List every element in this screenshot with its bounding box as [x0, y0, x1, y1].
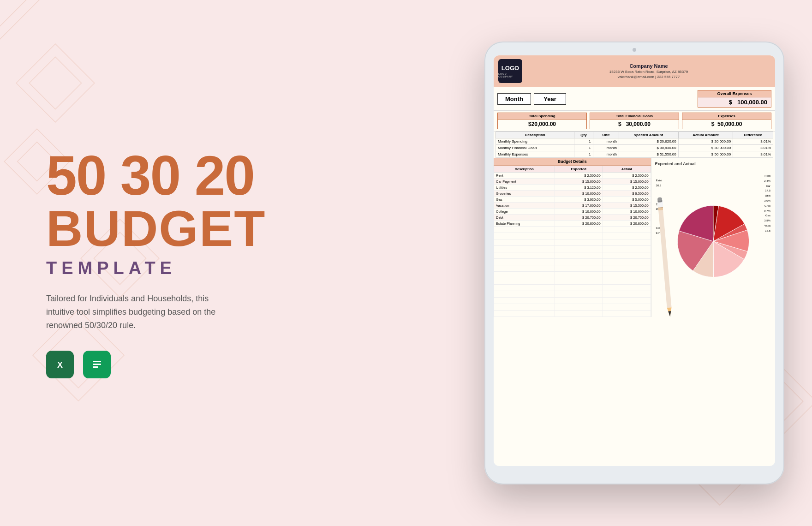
tablet-frame: LOGO LOGO COMPANY Company Name 15236 W B… [484, 42, 784, 484]
budget-details: Budget Details Description Expected Actu… [494, 158, 651, 317]
summary-table: Description Qty Unit xpected Amount Actu… [496, 132, 773, 158]
row-desc: Monthly Spending [496, 138, 574, 145]
empty-row [494, 304, 651, 311]
sheets-icon[interactable] [83, 351, 111, 378]
total-spending-value: $20,000.00 [498, 120, 586, 129]
summary-table-row: Monthly Expenses 1 month $ 51,550.00 $ 5… [496, 151, 773, 158]
empty-row [494, 278, 651, 285]
logo-box: LOGO LOGO COMPANY [498, 59, 522, 83]
expenses-title: Expenses [682, 113, 771, 120]
col-actual: Actual Amount [678, 132, 733, 138]
spreadsheet: LOGO LOGO COMPANY Company Name 15236 W B… [494, 55, 775, 466]
legend-groc: Groc [764, 203, 770, 209]
legend-groc-pct: 9.7% [764, 209, 770, 214]
detail-expected: $ 3,930.00 [555, 197, 603, 203]
row-qty: 1 [574, 145, 593, 151]
legend-car-pct: 14.5 [764, 188, 770, 193]
detail-actual: $ 2,500.00 [603, 173, 651, 179]
empty-row [494, 259, 651, 265]
excel-icon[interactable]: X [46, 351, 74, 378]
overall-expenses-box: Overall Expenses $ 100,000.00 [698, 90, 771, 108]
legend-gas: Gas [764, 213, 770, 218]
legend-utilit-pct: 3.0% [764, 198, 770, 203]
details-table: Description Expected Actual Rent $ 2,500… [494, 166, 651, 317]
svg-rect-18 [93, 366, 98, 368]
legend-car: Car [764, 184, 770, 189]
summary-table-container: Description Qty Unit xpected Amount Actu… [494, 132, 775, 158]
legend-vaca: Vaca [764, 223, 770, 228]
pie-chart-svg [676, 204, 750, 278]
detail-actual: $ 10,000.00 [603, 209, 651, 215]
overall-expenses-amount: 100,000.00 [737, 99, 767, 106]
tablet-wrapper: LOGO LOGO COMPANY Company Name 15236 W B… [484, 42, 784, 484]
detail-expected: $ 15,000.00 [555, 179, 603, 185]
hero-budget: BUDGET [46, 203, 277, 254]
details-table-row: Car Payment $ 15,000.00 $ 15,000.00 [494, 179, 651, 185]
total-spending-title: Total Spending [498, 113, 586, 120]
empty-row [494, 291, 651, 298]
row-diff: 3.01% [733, 145, 773, 151]
row-desc: Monthly Financial Goals [496, 145, 574, 151]
col-unit: Unit [593, 132, 619, 138]
logo-sub: LOGO COMPANY [498, 72, 522, 78]
app-icons-row: X [46, 351, 277, 378]
detail-desc: College [494, 209, 555, 215]
financial-goals-title: Total Financial Goals [590, 113, 679, 120]
col-diff: Difference [733, 132, 773, 138]
expenses-card: Expenses $ 50,000.00 [682, 113, 771, 129]
year-box[interactable]: Year [534, 93, 566, 105]
details-table-row: Debt $ 20,750.00 $ 20,750.00 [494, 215, 651, 221]
detail-actual: $ 15,500.00 [603, 203, 651, 209]
tablet-screen: LOGO LOGO COMPANY Company Name 15236 W B… [494, 55, 775, 466]
row-diff: 3.01% [733, 151, 773, 158]
summary-table-row: Monthly Spending 1 month $ 20,620.00 $ 2… [496, 138, 773, 145]
legend-utilit: Utilit [764, 193, 770, 198]
detail-expected: $ 2,500.00 [555, 173, 603, 179]
detail-expected: $ 17,000.00 [555, 203, 603, 209]
company-name: Company Name [527, 63, 770, 69]
expenses-value: $ 50,000.00 [682, 120, 771, 129]
pie-chart-container: Estat 20.2 Debt 20.1 Colle 9.7 Rent 2.4%… [655, 169, 771, 313]
company-address: 15236 W Boca Raton Road, Surprise, AZ 85… [527, 70, 770, 74]
detail-desc: Car Payment [494, 179, 555, 185]
empty-row [494, 311, 651, 317]
detail-desc: Estate Planning [494, 221, 555, 227]
logo-text: LOGO [502, 65, 519, 72]
row-unit: month [593, 151, 619, 158]
empty-row [494, 265, 651, 272]
detail-expected: $ 10,000.00 [555, 191, 603, 197]
row-expected: $ 51,550.00 [619, 151, 678, 158]
svg-rect-16 [93, 361, 101, 362]
row-diff: 3.01% [733, 138, 773, 145]
details-table-row: Vacation $ 17,000.00 $ 15,500.00 [494, 203, 651, 209]
detail-col-expected: Expected [555, 166, 603, 173]
empty-row [494, 246, 651, 252]
left-panel: 50 30 20 BUDGET TEMPLATE Tailored for In… [28, 0, 295, 526]
detail-actual: $ 5,000.00 [603, 197, 651, 203]
empty-row [494, 239, 651, 246]
row-actual: $ 30,000.00 [678, 145, 733, 151]
col-description: Description [496, 132, 574, 138]
legend-vaca-pct: 16.5 [764, 228, 770, 233]
detail-desc: Gas [494, 197, 555, 203]
detail-actual: $ 20,750.00 [603, 215, 651, 221]
overall-expenses-value: $ 100,000.00 [698, 97, 771, 107]
financial-goals-value: $ 30,000.00 [590, 120, 679, 129]
summary-cards-row: Total Spending $20,000.00 Total Financia… [494, 111, 775, 132]
detail-expected: $ 10,000.00 [555, 209, 603, 215]
hero-numbers: 50 30 20 [46, 148, 277, 203]
empty-row [494, 233, 651, 239]
detail-col-actual: Actual [603, 166, 651, 173]
details-section: Budget Details Description Expected Actu… [494, 158, 775, 317]
svg-rect-1 [0, 0, 26, 26]
details-table-row: Rent $ 2,500.00 $ 2,500.00 [494, 173, 651, 179]
legend-estat-pct: 20.2 [656, 183, 663, 188]
month-box[interactable]: Month [497, 93, 531, 105]
overall-expenses-title: Overall Expenses [698, 90, 771, 97]
detail-actual: $ 2,500.00 [603, 185, 651, 191]
row-actual: $ 50,000.00 [678, 151, 733, 158]
chart-title: Expected and Actual [655, 161, 771, 166]
svg-text:X: X [57, 360, 63, 370]
row-desc: Monthly Expenses [496, 151, 574, 158]
col-expected: xpected Amount [619, 132, 678, 138]
